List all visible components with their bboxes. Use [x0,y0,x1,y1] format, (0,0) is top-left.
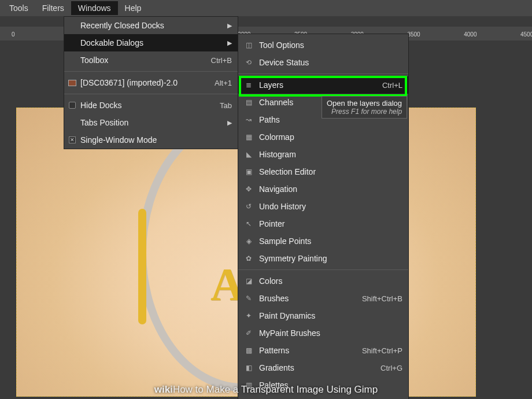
close-icon: ✕ [68,135,77,145]
submenu-item-navigation[interactable]: ✥Navigation [238,180,408,198]
ruler-label: 0 [12,31,15,38]
colormap-icon: ▦ [244,132,253,142]
submenu-item-gradients[interactable]: ◧GradientsCtrl+G [238,359,408,376]
submenu-item-label: Tool Options [259,40,304,50]
submenu-item-device-status[interactable]: ⟲Device Status [238,54,408,71]
menu-filters[interactable]: Filters [35,1,71,15]
chevron-right-icon: ▶ [227,119,232,127]
menu-windows[interactable]: Windows [71,1,118,15]
submenu-item-histogram[interactable]: ◣Histogram [238,146,408,163]
undo-history-icon: ↺ [244,202,253,211]
menu-shortcut: Shift+Ctrl+B [362,294,402,303]
menu-shortcut: Ctrl+L [382,81,402,90]
submenu-item-label: Navigation [259,184,297,194]
chevron-right-icon: ▶ [227,39,232,47]
submenu-item-selection-editor[interactable]: ▣Selection Editor [238,163,408,180]
brushes-icon: ✎ [244,294,253,303]
menu-document-window[interactable]: [DSC03671] (imported)-2.0 Alt+1 [64,74,238,91]
submenu-item-sample-points[interactable]: ◈Sample Points [238,232,408,250]
submenu-item-symmetry-painting[interactable]: ✿Symmetry Painting [238,250,408,267]
submenu-item-undo-history[interactable]: ↺Undo History [238,198,408,215]
menu-item-label: Single-Window Mode [80,135,157,145]
dockable-dialogs-submenu: ◫Tool Options⟲Device Status≣LayersCtrl+L… [238,34,409,399]
checkbox-icon [68,101,77,110]
submenu-item-colors[interactable]: ◪Colors [238,272,408,290]
submenu-item-label: MyPaint Brushes [259,328,320,338]
submenu-item-label: Selection Editor [259,167,316,176]
submenu-item-label: Device Status [259,58,309,67]
submenu-item-label: Layers [259,80,283,90]
submenu-item-label: Sample Points [259,237,311,246]
submenu-item-label: Symmetry Painting [259,254,327,263]
paths-icon: ↝ [244,115,253,124]
menu-separator [64,71,238,72]
menu-item-label: Recently Closed Docks [80,21,164,30]
paint-dynamics-icon: ✦ [244,311,253,320]
tooltip-title: Open the layers dialog [327,99,402,108]
submenu-item-paint-dynamics[interactable]: ✦Paint Dynamics [238,307,408,324]
chevron-right-icon: ▶ [227,22,232,29]
ruler-label: 4000 [464,31,476,38]
submenu-item-label: Histogram [259,150,296,159]
menu-separator [238,73,408,74]
histogram-icon: ◣ [244,150,253,159]
submenu-item-label: Gradients [259,363,294,372]
gradients-icon: ◧ [244,363,253,372]
menu-help[interactable]: Help [118,1,149,15]
menu-tabs-position[interactable]: Tabs Position ▶ [64,114,238,131]
device-status-icon: ⟲ [244,58,253,67]
submenu-item-pointer[interactable]: ↖Pointer [238,215,408,232]
selection-editor-icon: ▣ [244,167,253,176]
menu-recently-closed-docks[interactable]: Recently Closed Docks ▶ [64,17,238,34]
submenu-item-patterns[interactable]: ▩PatternsShift+Ctrl+P [238,342,408,359]
watermark-brand: wiki [154,384,173,395]
menu-single-window-mode[interactable]: ✕ Single-Window Mode [64,131,238,149]
thumbnail-icon [68,78,77,87]
menu-item-label: Tabs Position [80,118,128,127]
windows-menu-dropdown: Recently Closed Docks ▶ Dockable Dialogs… [64,16,238,149]
menu-shortcut: Ctrl+B [211,56,232,65]
menubar: Tools Filters Windows Help [0,0,532,16]
submenu-item-label: Undo History [259,202,306,211]
menu-tools[interactable]: Tools [2,1,35,15]
submenu-item-label: Paths [259,115,280,124]
menu-item-label: [DSC03671] (imported)-2.0 [80,78,178,87]
menu-separator [64,94,238,94]
menu-item-label: Dockable Dialogs [80,38,143,47]
submenu-item-label: Channels [259,98,293,107]
channels-icon: ▤ [244,98,253,107]
tool-options-icon: ◫ [244,40,253,50]
layers-icon: ≣ [244,80,253,90]
tooltip: Open the layers dialog Press F1 for more… [322,96,407,119]
menu-shortcut: Alt+1 [215,79,232,87]
sample-points-icon: ◈ [244,237,253,246]
patterns-icon: ▩ [244,346,253,355]
submenu-item-label: Colormap [259,132,294,142]
submenu-item-label: Brushes [259,294,289,303]
menu-item-label: Hide Docks [80,101,122,110]
submenu-item-label: Patterns [259,346,289,355]
submenu-item-label: Pointer [259,219,285,228]
mypaint-icon: ✐ [244,328,253,338]
menu-shortcut: Ctrl+G [380,364,402,372]
colors-icon: ◪ [244,276,253,286]
menu-toolbox[interactable]: Toolbox Ctrl+B [64,51,238,69]
menu-shortcut: Tab [220,101,232,110]
symmetry-icon: ✿ [244,254,253,263]
submenu-item-tool-options[interactable]: ◫Tool Options [238,36,408,54]
submenu-item-mypaint-brushes[interactable]: ✐MyPaint Brushes [238,324,408,342]
menu-shortcut: Shift+Ctrl+P [362,346,402,355]
ruler-label: 4500 [520,31,532,38]
watermark-title: How to Make a Transparent Image Using Gi… [173,384,378,395]
submenu-item-colormap[interactable]: ▦Colormap [238,128,408,146]
pointer-icon: ↖ [244,219,253,228]
watermark: wikiHow to Make a Transparent Image Usin… [0,384,532,396]
menu-hide-docks[interactable]: Hide Docks Tab [64,97,238,114]
tooltip-hint: Press F1 for more help [327,108,402,116]
menu-item-label: Toolbox [80,56,108,65]
submenu-item-layers[interactable]: ≣LayersCtrl+L [238,76,408,94]
menu-dockable-dialogs[interactable]: Dockable Dialogs ▶ [64,34,238,51]
submenu-item-brushes[interactable]: ✎BrushesShift+Ctrl+B [238,290,408,307]
navigation-icon: ✥ [244,184,253,194]
ruler-label: 3500 [407,31,420,38]
